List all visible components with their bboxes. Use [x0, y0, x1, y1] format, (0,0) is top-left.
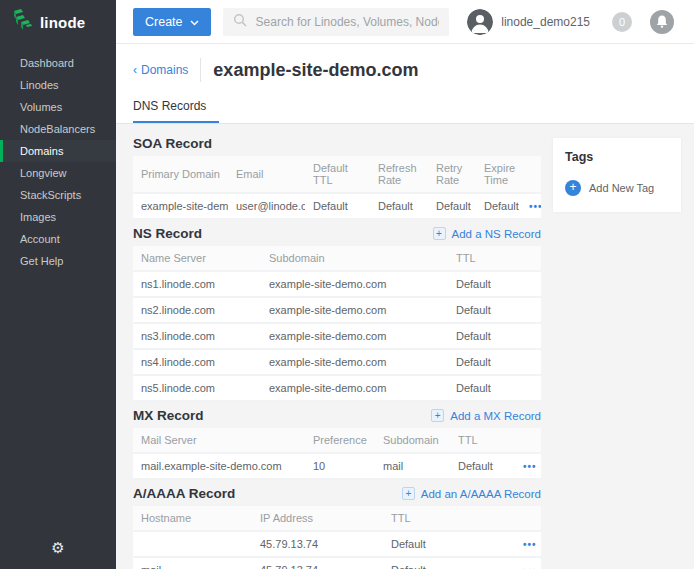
logo-text: linode: [40, 14, 85, 31]
a-hostname: mail: [133, 557, 252, 569]
ns-ttl: Default: [448, 323, 541, 349]
column-header: [515, 428, 541, 453]
ns-name-server: ns3.linode.com: [133, 323, 261, 349]
column-header: Email: [228, 156, 305, 193]
column-header: Primary Domain: [133, 156, 228, 193]
records-column: SOA Record Primary Domain Email Default …: [133, 130, 541, 569]
column-header: Expire Time: [476, 156, 521, 193]
user-menu[interactable]: linode_demo215: [467, 9, 590, 35]
breadcrumb: ‹ Domains example-site-demo.com: [133, 58, 694, 82]
soa-row: example-site-demo.com user@linode.com De…: [133, 193, 541, 219]
ns-name-server: ns2.linode.com: [133, 297, 261, 323]
add-record-icon: +: [433, 227, 446, 240]
column-header: TTL: [448, 246, 541, 271]
ns-name-server: ns1.linode.com: [133, 271, 261, 297]
search-icon: [233, 13, 247, 31]
create-button-label: Create: [145, 15, 183, 29]
ns-subdomain: example-site-demo.com: [261, 349, 448, 375]
breadcrumb-divider: [200, 58, 201, 82]
add-record-icon: +: [402, 487, 415, 500]
mx-section-title: MX Record: [133, 408, 204, 423]
linode-logo-icon: [13, 8, 33, 36]
tags-panel: Tags + Add New Tag: [553, 138, 681, 212]
create-button[interactable]: Create: [133, 8, 211, 36]
a-ttl: Default: [383, 531, 515, 557]
soa-primary-domain: example-site-demo.com: [133, 193, 228, 219]
sidebar-item-longview[interactable]: Longview: [0, 162, 116, 184]
a-hostname: [133, 531, 252, 557]
soa-section-title: SOA Record: [133, 136, 212, 151]
sidebar-item-dashboard[interactable]: Dashboard: [0, 52, 116, 74]
notification-count-badge[interactable]: 0: [612, 12, 632, 32]
tab-dns-records[interactable]: DNS Records: [133, 99, 219, 123]
more-options-icon[interactable]: •••: [515, 557, 541, 569]
sidebar-item-nodebalancers[interactable]: NodeBalancers: [0, 118, 116, 140]
ns-table: Name Server Subdomain TTL ns1.linode.com…: [133, 246, 541, 402]
page-head: ‹ Domains example-site-demo.com DNS Reco…: [116, 44, 694, 124]
column-header: Subdomain: [261, 246, 448, 271]
tab-bar: DNS Records: [133, 96, 694, 123]
ns-ttl: Default: [448, 297, 541, 323]
a-row: 45.79.13.74 Default •••: [133, 531, 541, 557]
search-box: [223, 8, 450, 36]
add-new-tag-label: Add New Tag: [589, 182, 654, 194]
avatar: [467, 9, 493, 35]
column-header: Subdomain: [375, 428, 450, 453]
linode-logo[interactable]: linode: [0, 0, 116, 44]
add-ns-record-link[interactable]: + Add a NS Record: [433, 227, 542, 240]
notifications-bell-icon[interactable]: [650, 10, 674, 34]
a-header-row: Hostname IP Address TTL: [133, 506, 541, 531]
search-input[interactable]: [256, 15, 440, 29]
ns-header-row: Name Server Subdomain TTL: [133, 246, 541, 271]
ns-ttl: Default: [448, 271, 541, 297]
settings-gear-icon[interactable]: ⚙: [0, 539, 116, 557]
ns-row: ns1.linode.com example-site-demo.com Def…: [133, 271, 541, 297]
add-new-tag-button[interactable]: + Add New Tag: [565, 180, 669, 196]
add-tag-plus-icon: +: [565, 180, 581, 196]
back-arrow-icon: ‹: [133, 63, 137, 77]
main-area: Create linode_demo215 0: [116, 0, 694, 569]
mx-subdomain: mail: [375, 453, 450, 479]
sidebar-item-images[interactable]: Images: [0, 206, 116, 228]
mx-row: mail.example-site-demo.com 10 mail Defau…: [133, 453, 541, 479]
column-header: Refresh Rate: [370, 156, 428, 193]
mx-header-row: Mail Server Preference Subdomain TTL: [133, 428, 541, 453]
more-options-icon[interactable]: •••: [515, 453, 541, 479]
add-a-record-link[interactable]: + Add an A/AAAA Record: [402, 487, 541, 500]
add-mx-record-link[interactable]: + Add a MX Record: [431, 409, 541, 422]
sidebar-item-gethelp[interactable]: Get Help: [0, 250, 116, 272]
soa-record-section: SOA Record Primary Domain Email Default …: [133, 130, 541, 220]
tags-title: Tags: [565, 150, 669, 164]
more-options-icon[interactable]: •••: [515, 531, 541, 557]
ns-subdomain: example-site-demo.com: [261, 271, 448, 297]
sidebar-nav: Dashboard Linodes Volumes NodeBalancers …: [0, 52, 116, 272]
mx-record-section: MX Record + Add a MX Record Mail Server …: [133, 402, 541, 480]
add-a-record-label: Add an A/AAAA Record: [421, 488, 541, 500]
breadcrumb-back-link[interactable]: ‹ Domains: [133, 63, 188, 77]
topbar: Create linode_demo215 0: [116, 0, 694, 44]
ns-row: ns4.linode.com example-site-demo.com Def…: [133, 349, 541, 375]
sidebar-item-volumes[interactable]: Volumes: [0, 96, 116, 118]
a-row: mail 45.79.13.74 Default •••: [133, 557, 541, 569]
ns-row: ns2.linode.com example-site-demo.com Def…: [133, 297, 541, 323]
a-ip-address: 45.79.13.74: [252, 531, 383, 557]
sidebar-item-account[interactable]: Account: [0, 228, 116, 250]
add-ns-record-label: Add a NS Record: [452, 228, 542, 240]
add-record-icon: +: [431, 409, 444, 422]
tags-column: Tags + Add New Tag: [553, 130, 681, 569]
ns-ttl: Default: [448, 349, 541, 375]
more-options-icon[interactable]: •••: [521, 193, 541, 219]
sidebar-item-domains[interactable]: Domains: [0, 140, 116, 162]
add-mx-record-label: Add a MX Record: [450, 410, 541, 422]
ns-section-title: NS Record: [133, 226, 202, 241]
soa-retry-rate: Default: [428, 193, 476, 219]
mx-preference: 10: [305, 453, 375, 479]
column-header: IP Address: [252, 506, 383, 531]
sidebar-item-linodes[interactable]: Linodes: [0, 74, 116, 96]
ns-subdomain: example-site-demo.com: [261, 297, 448, 323]
sidebar-item-stackscripts[interactable]: StackScripts: [0, 184, 116, 206]
mx-ttl: Default: [450, 453, 515, 479]
a-record-section: A/AAAA Record + Add an A/AAAA Record Hos…: [133, 480, 541, 569]
column-header: [521, 156, 541, 193]
a-table: Hostname IP Address TTL 45.79.13.74 Defa…: [133, 506, 541, 569]
